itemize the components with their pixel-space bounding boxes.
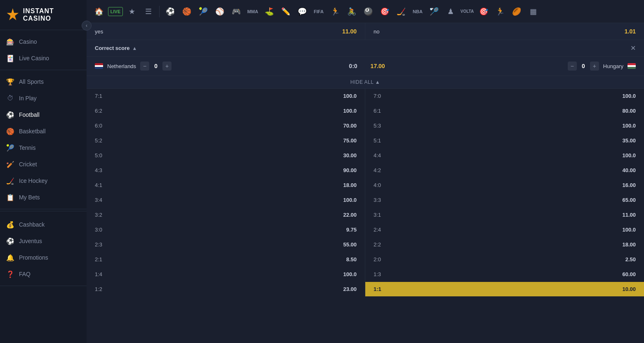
nav-fifa-btn[interactable]: FIFA bbox=[311, 4, 326, 19]
score-row[interactable]: 1:360.00 bbox=[365, 267, 644, 282]
ice-hockey-icon: 🏒 bbox=[7, 177, 14, 185]
score-row[interactable]: 2:18.50 bbox=[87, 252, 365, 267]
score-row[interactable]: 2:02.50 bbox=[365, 252, 644, 267]
score-col-right: 7:0100.06:180.005:3100.05:135.004:4100.0… bbox=[365, 89, 644, 297]
nav-target-btn[interactable]: 🎯 bbox=[476, 4, 491, 19]
nav-basketball-btn[interactable]: 🏀 bbox=[179, 4, 194, 19]
nav-rugby-btn[interactable]: 🏉 bbox=[509, 4, 524, 19]
score-row[interactable]: 4:016.00 bbox=[365, 178, 644, 193]
nav-football-btn[interactable]: ⚽ bbox=[163, 4, 178, 19]
sidebar-item-promotions[interactable]: 🔔 Promotions bbox=[0, 249, 87, 266]
hide-all-row[interactable]: HIDE ALL ▲ bbox=[87, 76, 644, 89]
team-right-increment-btn[interactable]: + bbox=[590, 62, 599, 71]
sidebar-item-tennis-label: Tennis bbox=[19, 144, 35, 151]
score-row[interactable]: 3:222.00 bbox=[87, 208, 365, 222]
sidebar-item-cricket-label: Cricket bbox=[19, 161, 37, 168]
score-row[interactable]: 4:390.00 bbox=[87, 163, 365, 178]
score-row[interactable]: 3:111.00 bbox=[365, 208, 644, 222]
nav-badminton-btn[interactable]: 🏸 bbox=[427, 4, 442, 19]
team-left-increment-btn[interactable]: + bbox=[162, 62, 172, 71]
sidebar-item-ice-hockey[interactable]: 🏒 Ice Hockey bbox=[0, 173, 87, 189]
sidebar-item-all-sports-label: All Sports bbox=[19, 78, 44, 85]
score-row[interactable]: 1:223.00 bbox=[87, 282, 365, 297]
no-label: no bbox=[374, 28, 379, 35]
score-row[interactable]: 5:275.00 bbox=[87, 133, 365, 148]
score-row[interactable]: 6:180.00 bbox=[365, 104, 644, 118]
nav-chess-btn[interactable]: ♟ bbox=[443, 4, 458, 19]
nav-boxing-btn[interactable]: ✏️ bbox=[278, 4, 293, 19]
score-row[interactable]: 7:0100.0 bbox=[365, 89, 644, 104]
team-left-name: Netherlands bbox=[107, 63, 136, 69]
nav-volta-btn[interactable]: VOLTA bbox=[460, 4, 475, 19]
nav-baseball-btn[interactable]: ⚾ bbox=[212, 4, 227, 19]
hungary-flag bbox=[628, 63, 636, 69]
sidebar-item-all-sports[interactable]: 🏆 All Sports bbox=[0, 73, 87, 90]
netherlands-flag bbox=[95, 63, 103, 69]
nav-list-btn[interactable]: ☰ bbox=[141, 4, 156, 19]
score-row[interactable]: 2:4100.0 bbox=[365, 222, 644, 237]
yn-row: yes 11.00 no 1.01 bbox=[87, 23, 644, 40]
sidebar-item-basketball[interactable]: 🏀 Basketball bbox=[0, 123, 87, 140]
nav-more-btn[interactable]: ▦ bbox=[526, 4, 541, 19]
score-row[interactable]: 5:030.00 bbox=[87, 148, 365, 163]
score-row[interactable]: 6:2100.0 bbox=[87, 104, 365, 118]
score-row[interactable]: 4:118.00 bbox=[87, 178, 365, 193]
sidebar-item-football[interactable]: ⚽ Football bbox=[0, 106, 87, 123]
no-cell[interactable]: no 1.01 bbox=[365, 23, 644, 40]
sidebar-item-my-bets[interactable]: 📋 My Bets bbox=[0, 189, 87, 206]
nav-home-btn[interactable]: 🏠 bbox=[92, 4, 106, 19]
yes-odds: 11.00 bbox=[342, 28, 357, 35]
nav-run-btn[interactable]: 🏃 bbox=[328, 4, 343, 19]
score-row[interactable]: 2:355.00 bbox=[87, 237, 365, 252]
sidebar-item-juventus[interactable]: ⚽ Juventus bbox=[0, 233, 87, 249]
sidebar-item-tennis[interactable]: 🎾 Tennis bbox=[0, 140, 87, 156]
score-row[interactable]: 4:4100.0 bbox=[365, 148, 644, 163]
sidebar: INSTANT CASINO 🎰 Casino 🃏 Live Casino 🏆 … bbox=[0, 0, 87, 343]
sidebar-item-cashback[interactable]: 💰 Cashback bbox=[0, 216, 87, 233]
sidebar-item-faq[interactable]: ❓ FAQ bbox=[0, 266, 87, 282]
score-row[interactable]: 5:3100.0 bbox=[365, 118, 644, 133]
score-row[interactable]: 7:1100.0 bbox=[87, 89, 365, 104]
nav-pool-btn[interactable]: 🎱 bbox=[361, 4, 376, 19]
nav-live-btn[interactable]: LIVE bbox=[108, 7, 123, 16]
sidebar-item-cricket[interactable]: 🏏 Cricket bbox=[0, 156, 87, 173]
sidebar-collapse-button[interactable]: ‹ bbox=[82, 21, 92, 31]
nav-chat-btn[interactable]: 💬 bbox=[295, 4, 310, 19]
nav-nba-btn[interactable]: NBA bbox=[410, 4, 425, 19]
nav-golf-btn[interactable]: ⛳ bbox=[262, 4, 277, 19]
nav-cycling-btn[interactable]: 🚴 bbox=[344, 4, 359, 19]
score-row[interactable]: 2:218.00 bbox=[365, 237, 644, 252]
yes-cell[interactable]: yes 11.00 bbox=[87, 23, 365, 40]
sidebar-item-faq-label: FAQ bbox=[19, 271, 31, 277]
score-row[interactable]: 1:110.00 bbox=[365, 282, 644, 297]
correct-score-close-btn[interactable]: ✕ bbox=[630, 44, 636, 52]
score-row[interactable]: 3:4100.0 bbox=[87, 193, 365, 208]
sidebar-item-casino[interactable]: 🎰 Casino bbox=[0, 33, 87, 50]
nav-darts-btn[interactable]: 🎯 bbox=[377, 4, 392, 19]
score-row[interactable]: 6:070.00 bbox=[87, 118, 365, 133]
sidebar-item-live-casino[interactable]: 🃏 Live Casino bbox=[0, 50, 87, 66]
nav-esports-btn[interactable]: 🎮 bbox=[229, 4, 244, 19]
nav-run2-btn[interactable]: 🏃 bbox=[493, 4, 508, 19]
live-casino-icon: 🃏 bbox=[7, 54, 14, 62]
sidebar-item-in-play[interactable]: ⏱ In Play bbox=[0, 90, 87, 106]
sidebar-item-juventus-label: Juventus bbox=[19, 238, 42, 244]
team-right-decrement-btn[interactable]: − bbox=[568, 62, 577, 71]
top-nav: 🏠 LIVE ★ ☰ ⚽ 🏀 🎾 ⚾ 🎮 MMA ⛳ ✏️ 💬 FIFA 🏃 🚴… bbox=[87, 0, 644, 23]
casino-icon: 🎰 bbox=[7, 38, 14, 45]
team-left-decrement-btn[interactable]: − bbox=[140, 62, 149, 71]
score-row[interactable]: 3:09.75 bbox=[87, 222, 365, 237]
nav-tennis-btn[interactable]: 🎾 bbox=[196, 4, 211, 19]
team-left-odds: 17.00 bbox=[366, 63, 390, 69]
sidebar-divider bbox=[0, 211, 87, 211]
score-row[interactable]: 5:135.00 bbox=[365, 133, 644, 148]
score-row[interactable]: 3:365.00 bbox=[365, 193, 644, 208]
sidebar-logo: INSTANT CASINO bbox=[0, 0, 87, 30]
nav-hockey-btn[interactable]: 🏒 bbox=[394, 4, 409, 19]
nav-mma-btn[interactable]: MMA bbox=[245, 4, 260, 19]
score-row[interactable]: 4:240.00 bbox=[365, 163, 644, 178]
sidebar-item-football-label: Football bbox=[19, 111, 40, 118]
nav-favorites-btn[interactable]: ★ bbox=[125, 4, 139, 19]
score-row[interactable]: 1:4100.0 bbox=[87, 267, 365, 282]
correct-score-header: Correct score ▲ ✕ bbox=[87, 40, 644, 57]
